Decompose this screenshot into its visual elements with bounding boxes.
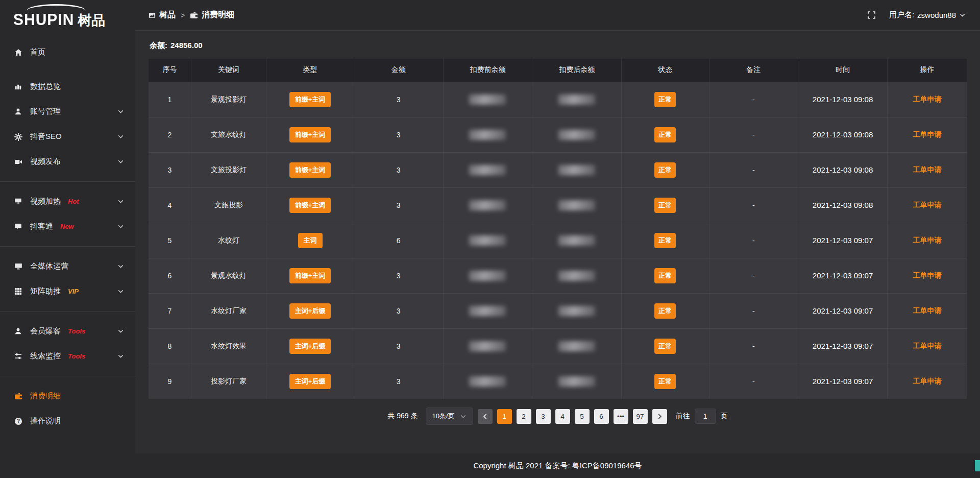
chat-widget[interactable] (975, 460, 980, 471)
remark-cell: - (709, 187, 798, 223)
ticket-request-link[interactable]: 工单申请 (913, 95, 941, 103)
ticket-request-link[interactable]: 工单申请 (913, 130, 941, 138)
page-button-97[interactable]: 97 (633, 409, 648, 424)
page-button-3[interactable]: 3 (536, 409, 551, 424)
fullscreen-icon[interactable] (867, 11, 876, 19)
redacted-balance (469, 235, 506, 246)
post-balance-cell (532, 117, 622, 152)
sidebar-item-7[interactable]: 抖客通New (0, 214, 135, 239)
sidebar-item-badge: Hot (68, 198, 79, 205)
column-header: 扣费前余额 (443, 59, 532, 82)
redacted-balance (558, 306, 595, 316)
ticket-request-link[interactable]: 工单申请 (913, 236, 941, 244)
chevron-down-icon (959, 12, 966, 18)
sidebar-item-4[interactable]: 视频发布 (0, 149, 135, 174)
logo: SHUPIN 树品 (0, 0, 135, 32)
index-cell: 8 (149, 328, 191, 364)
redacted-balance (558, 130, 595, 140)
page-ellipsis-button[interactable]: ••• (614, 409, 628, 424)
page-button-4[interactable]: 4 (555, 409, 570, 424)
action-cell: 工单申请 (887, 117, 967, 152)
sidebar-menu: 首页数据总览账号管理抖音SEO视频发布视频加热Hot抖客通New全媒体运营矩阵助… (0, 32, 135, 478)
sidebar-item-6[interactable]: 视频加热Hot (0, 189, 135, 214)
type-badge: 主词 (298, 233, 323, 248)
action-cell: 工单申请 (887, 258, 967, 293)
page-button-6[interactable]: 6 (594, 409, 609, 424)
action-cell: 工单申请 (887, 187, 967, 223)
prev-page-button[interactable] (478, 409, 493, 424)
ticket-request-link[interactable]: 工单申请 (913, 306, 941, 315)
sidebar-item-label: 操作说明 (30, 416, 61, 426)
sidebar-item-label: 会员爆客 (30, 326, 61, 336)
user-icon (14, 108, 22, 115)
ticket-request-link[interactable]: 工单申请 (913, 271, 941, 279)
table-row: 3文旅投影灯前缀+主词3正常-2021-12-03 09:08工单申请 (149, 152, 967, 187)
breadcrumb: 树品>消费明细 (149, 10, 234, 20)
ticket-request-link[interactable]: 工单申请 (913, 165, 941, 174)
next-page-button[interactable] (652, 409, 667, 424)
logo-text-en: SHUPIN (13, 11, 74, 29)
goto-suffix: 页 (721, 412, 728, 421)
type-cell: 主词+后缀 (266, 328, 354, 364)
page-button-2[interactable]: 2 (517, 409, 531, 424)
page-button-1[interactable]: 1 (497, 409, 512, 424)
table-row: 6景观水纹灯前缀+主词3正常-2021-12-03 09:07工单申请 (149, 258, 967, 293)
sliders-icon (14, 352, 22, 360)
status-badge: 正常 (654, 339, 676, 354)
column-header: 时间 (798, 59, 888, 82)
column-header: 类型 (266, 59, 354, 82)
status-cell: 正常 (621, 117, 709, 152)
post-balance-cell (532, 293, 622, 328)
breadcrumb-item-0[interactable]: 树品 (149, 10, 176, 20)
table-header-row: 序号关键词类型金额扣费前余额扣费后余额状态备注时间操作 (149, 59, 967, 82)
sidebar-item-2[interactable]: 账号管理 (0, 99, 135, 124)
chevron-down-icon (117, 328, 124, 334)
breadcrumb-item-1[interactable]: 消费明细 (190, 10, 234, 20)
index-cell: 5 (149, 223, 191, 258)
status-badge: 正常 (654, 92, 676, 107)
type-badge: 前缀+主词 (289, 162, 331, 178)
chevron-down-icon (117, 288, 124, 295)
ticket-request-link[interactable]: 工单申请 (913, 342, 941, 350)
remark-cell: - (709, 258, 798, 293)
page-button-5[interactable]: 5 (575, 409, 590, 424)
remark-cell: - (709, 293, 798, 328)
comment-icon (14, 223, 22, 230)
consumption-table: 序号关键词类型金额扣费前余额扣费后余额状态备注时间操作 1景观投影灯前缀+主词3… (149, 59, 967, 399)
sidebar-item-1[interactable]: 数据总览 (0, 74, 135, 99)
breadcrumb-label: 消费明细 (202, 10, 234, 20)
chevron-down-icon (117, 158, 124, 165)
type-cell: 主词 (266, 223, 354, 258)
sidebar-item-15[interactable]: 消费明细 (0, 384, 135, 409)
user-menu[interactable]: 用户名: zswodun88 (889, 10, 966, 20)
ticket-request-link[interactable]: 工单申请 (913, 377, 941, 385)
ticket-request-link[interactable]: 工单申请 (913, 201, 941, 209)
sidebar-item-9[interactable]: 全媒体运营 (0, 254, 135, 279)
logo-arc (27, 4, 86, 11)
status-badge: 正常 (654, 127, 676, 142)
copyright-text: Copyright 树品 2021 备案号: 粤ICP备09019646号 (473, 461, 642, 471)
sidebar-item-label: 视频加热 (30, 197, 61, 206)
type-cell: 前缀+主词 (266, 187, 354, 223)
goto-page-input[interactable] (695, 409, 716, 424)
sidebar-item-3[interactable]: 抖音SEO (0, 124, 135, 149)
sidebar-item-10[interactable]: 矩阵助推VIP (0, 279, 135, 304)
footer: Copyright 树品 2021 备案号: 粤ICP备09019646号 (135, 453, 980, 478)
keyword-cell: 景观投影灯 (191, 82, 266, 117)
sidebar-item-badge: New (60, 223, 74, 230)
sidebar-item-12[interactable]: 会员爆客Tools (0, 319, 135, 344)
page-size-value: 10条/页 (432, 412, 455, 421)
redacted-balance (558, 94, 595, 105)
column-header: 备注 (709, 59, 798, 82)
column-header: 金额 (354, 59, 443, 82)
table-row: 5水纹灯主词6正常-2021-12-03 09:07工单申请 (149, 223, 967, 258)
sidebar-item-13[interactable]: 线索监控Tools (0, 344, 135, 369)
sidebar-item-0[interactable]: 首页 (0, 40, 135, 65)
sidebar-item-16[interactable]: ?操作说明 (0, 409, 135, 434)
sidebar-item-label: 消费明细 (30, 391, 61, 401)
status-cell: 正常 (621, 223, 709, 258)
page-size-select[interactable]: 10条/页 (426, 408, 473, 425)
sidebar-item-label: 首页 (30, 47, 45, 57)
app-root: SHUPIN 树品 首页数据总览账号管理抖音SEO视频发布视频加热Hot抖客通N… (0, 0, 980, 478)
remark-cell: - (709, 117, 798, 152)
